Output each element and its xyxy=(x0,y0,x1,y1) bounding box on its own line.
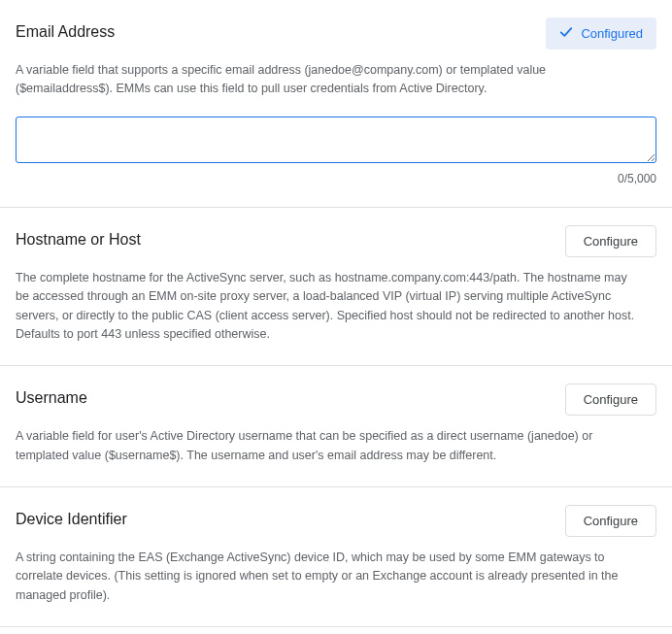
email-desc: A variable field that supports a specifi… xyxy=(16,61,637,99)
hostname-title: Hostname or Host xyxy=(16,225,141,249)
configure-button-hostname[interactable]: Configure xyxy=(565,225,656,257)
hostname-desc: The complete hostname for the ActiveSync… xyxy=(16,269,637,345)
section-device: Device Identifier Configure A string con… xyxy=(0,487,672,627)
email-title: Email Address xyxy=(16,17,115,41)
email-input-wrap: 0/5,000 xyxy=(16,117,656,185)
section-header: Device Identifier Configure xyxy=(16,505,656,537)
username-desc: A variable field for user's Active Direc… xyxy=(16,427,637,465)
email-input[interactable] xyxy=(16,117,656,163)
section-username: Username Configure A variable field for … xyxy=(0,366,672,487)
section-header: Username Configure xyxy=(16,384,656,416)
configured-badge-email: Configured xyxy=(546,17,656,50)
username-title: Username xyxy=(16,384,87,407)
section-email: Email Address Configured A variable fiel… xyxy=(0,0,672,208)
section-header: Hostname or Host Configure xyxy=(16,225,656,257)
configure-button-device[interactable]: Configure xyxy=(565,505,656,537)
section-auth: Authentication Types Configured xyxy=(0,627,672,634)
configure-button-username[interactable]: Configure xyxy=(565,384,656,416)
device-title: Device Identifier xyxy=(16,505,127,528)
email-char-counter: 0/5,000 xyxy=(16,172,656,185)
check-icon xyxy=(559,25,573,42)
configured-label: Configured xyxy=(581,26,643,41)
section-header: Email Address Configured xyxy=(16,17,656,50)
section-hostname: Hostname or Host Configure The complete … xyxy=(0,208,672,367)
device-desc: A string containing the EAS (Exchange Ac… xyxy=(16,549,637,605)
